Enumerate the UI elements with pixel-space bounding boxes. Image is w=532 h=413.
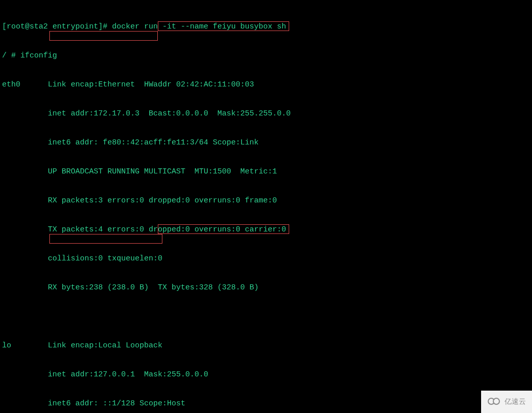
terminal-line: inet6 addr: ::1/128 Scope:Host	[2, 399, 530, 408]
terminal-line: inet addr:172.17.0.3 Bcast:0.0.0.0 Mask:…	[2, 109, 530, 119]
highlight-inetaddr-1	[49, 31, 158, 41]
watermark-badge: 亿速云	[481, 391, 532, 413]
terminal-line: RX packets:3 errors:0 dropped:0 overruns…	[2, 196, 530, 205]
terminal-line: TX packets:4 errors:0 dropped:0 overruns…	[2, 225, 530, 234]
terminal-line: [root@sta2 entrypoint]# docker run -it -…	[2, 22, 530, 32]
terminal-line: / # ifconfig	[2, 51, 530, 61]
terminal-line: collisions:0 txqueuelen:0	[2, 254, 530, 263]
terminal-line: eth0 Link encap:Ethernet HWaddr 02:42:AC…	[2, 80, 530, 90]
terminal-line: RX bytes:238 (238.0 B) TX bytes:328 (328…	[2, 283, 530, 292]
terminal-line: inet addr:127.0.0.1 Mask:255.0.0.0	[2, 370, 530, 379]
terminal-line	[2, 312, 530, 321]
terminal-line: inet6 addr: fe80::42:acff:fe11:3/64 Scop…	[2, 138, 530, 148]
cloud-logo-icon	[488, 397, 502, 406]
highlight-inetaddr-2	[49, 234, 162, 244]
watermark-text: 亿速云	[505, 397, 526, 406]
terminal-output[interactable]: [root@sta2 entrypoint]# docker run -it -…	[0, 0, 532, 413]
terminal-line: UP BROADCAST RUNNING MULTICAST MTU:1500 …	[2, 167, 530, 176]
terminal-line: lo Link encap:Local Loopback	[2, 341, 530, 350]
